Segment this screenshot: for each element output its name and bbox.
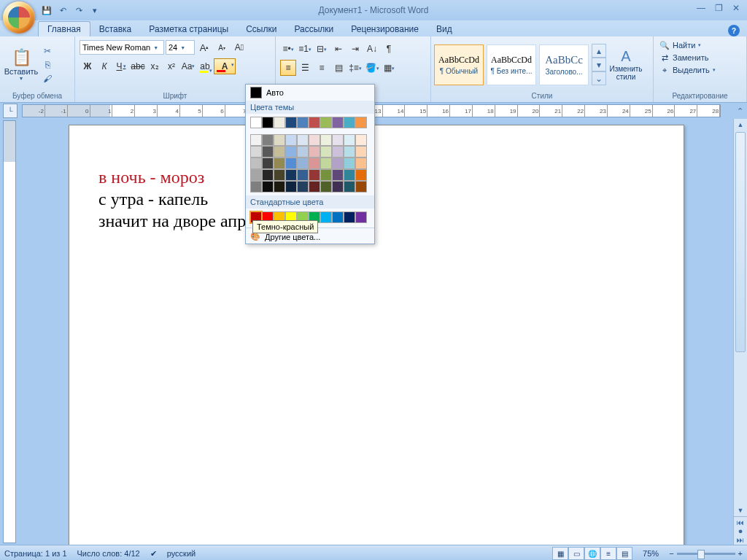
cut-icon[interactable]: ✂ xyxy=(41,44,54,58)
color-swatch[interactable] xyxy=(320,146,332,158)
tab-view[interactable]: Вид xyxy=(427,22,461,36)
color-swatch[interactable] xyxy=(250,181,262,192)
align-left-icon[interactable]: ≡ xyxy=(280,60,296,76)
color-swatch[interactable] xyxy=(262,181,274,192)
tab-references[interactable]: Ссылки xyxy=(237,22,285,36)
doc-line-1[interactable]: в ночь - мороз xyxy=(98,166,654,188)
color-swatch[interactable] xyxy=(285,181,297,192)
tab-home[interactable]: Главная xyxy=(38,21,90,36)
color-auto[interactable]: Авто xyxy=(246,85,374,101)
color-swatch[interactable] xyxy=(344,211,355,223)
color-swatch[interactable] xyxy=(309,134,320,146)
color-swatch[interactable] xyxy=(297,146,309,158)
sort-icon[interactable]: A↓ xyxy=(364,41,380,57)
color-swatch[interactable] xyxy=(274,158,285,169)
increase-indent-icon[interactable]: ⇥ xyxy=(347,41,363,57)
color-swatch[interactable] xyxy=(262,158,274,169)
status-words[interactable]: Число слов: 4/12 xyxy=(77,549,140,558)
color-swatch[interactable] xyxy=(274,117,285,128)
status-proofing-icon[interactable]: ✔ xyxy=(150,549,157,559)
color-swatch[interactable] xyxy=(309,158,320,169)
view-outline-icon[interactable]: ≡ xyxy=(600,547,616,560)
tab-page-layout[interactable]: Разметка страницы xyxy=(140,22,237,36)
clear-format-icon[interactable]: A⃠ xyxy=(231,39,247,55)
italic-button[interactable]: К xyxy=(96,58,112,74)
color-swatch[interactable] xyxy=(262,169,274,181)
browse-object-icon[interactable]: ● xyxy=(734,527,747,534)
align-right-icon[interactable]: ≡ xyxy=(314,60,330,76)
document-page[interactable]: в ночь - мороз с утра - капель значит на… xyxy=(69,125,684,545)
tab-selector[interactable]: └ xyxy=(3,104,18,118)
color-swatch[interactable] xyxy=(320,134,332,146)
bullets-icon[interactable]: ≡•▾ xyxy=(280,41,296,57)
color-swatch[interactable] xyxy=(250,146,262,158)
replace-button[interactable]: ⇄Заменить xyxy=(658,52,742,63)
next-page-icon[interactable]: ⏭ xyxy=(734,534,747,545)
color-swatch[interactable] xyxy=(274,146,285,158)
multilevel-icon[interactable]: ⊟▾ xyxy=(314,41,330,57)
subscript-button[interactable]: x₂ xyxy=(147,58,163,74)
font-size-select[interactable]: 24▼ xyxy=(166,40,195,55)
style-heading1[interactable]: AaBbCc Заголово... xyxy=(539,44,589,85)
shrink-font-icon[interactable]: A▾ xyxy=(214,39,230,55)
styles-gallery-more[interactable]: ⌄ xyxy=(592,71,606,85)
style-normal[interactable]: AaBbCcDd ¶ Обычный xyxy=(434,44,484,85)
color-swatch[interactable] xyxy=(297,169,309,181)
color-swatch[interactable] xyxy=(262,117,274,128)
color-swatch[interactable] xyxy=(332,211,344,223)
color-swatch[interactable] xyxy=(355,211,367,223)
color-swatch[interactable] xyxy=(309,117,320,128)
paste-button[interactable]: 📋 Вставить ▼ xyxy=(3,38,39,91)
color-swatch[interactable] xyxy=(309,181,320,192)
style-no-spacing[interactable]: AaBbCcDd ¶ Без инте... xyxy=(487,44,536,85)
shading-icon[interactable]: 🪣▾ xyxy=(364,60,380,76)
view-print-layout-icon[interactable]: ▦ xyxy=(552,547,568,560)
view-web-icon[interactable]: 🌐 xyxy=(584,547,600,560)
qat-undo-icon[interactable]: ↶ xyxy=(55,3,70,18)
color-swatch[interactable] xyxy=(355,181,367,192)
color-swatch[interactable] xyxy=(344,117,355,128)
color-swatch[interactable] xyxy=(320,158,332,169)
office-button[interactable] xyxy=(3,1,35,34)
doc-line-3[interactable]: значит на дворе апрель xyxy=(98,210,654,232)
color-swatch[interactable] xyxy=(355,146,367,158)
font-name-select[interactable]: Times New Roman▼ xyxy=(80,40,164,55)
color-swatch[interactable] xyxy=(332,134,344,146)
color-swatch[interactable] xyxy=(320,169,332,181)
color-swatch[interactable] xyxy=(344,158,355,169)
color-swatch[interactable] xyxy=(332,169,344,181)
justify-icon[interactable]: ▤ xyxy=(330,60,347,76)
zoom-slider[interactable]: − + xyxy=(669,549,743,558)
format-painter-icon[interactable]: 🖌 xyxy=(41,72,54,85)
scroll-thumb[interactable] xyxy=(735,132,746,352)
color-swatch[interactable] xyxy=(250,117,262,128)
line-spacing-icon[interactable]: ‡≡▾ xyxy=(347,60,363,76)
styles-scroll-up[interactable]: ▴ xyxy=(592,44,606,58)
color-swatch[interactable] xyxy=(355,134,367,146)
color-swatch[interactable] xyxy=(320,117,332,128)
status-language[interactable]: русский xyxy=(167,549,196,558)
color-swatch[interactable] xyxy=(320,211,332,223)
color-swatch[interactable] xyxy=(344,146,355,158)
color-swatch[interactable] xyxy=(250,158,262,169)
copy-icon[interactable]: ⎘ xyxy=(41,58,54,71)
vertical-scrollbar[interactable]: ▲ ▼ ⏮ ● ⏭ xyxy=(733,119,747,545)
select-button[interactable]: ⌖Выделить▾ xyxy=(658,64,742,76)
color-swatch[interactable] xyxy=(250,134,262,146)
color-swatch[interactable] xyxy=(297,158,309,169)
help-icon[interactable]: ? xyxy=(728,25,740,36)
color-swatch[interactable] xyxy=(355,117,367,128)
font-color-button[interactable]: A▾ xyxy=(214,58,236,74)
color-swatch[interactable] xyxy=(344,169,355,181)
view-draft-icon[interactable]: ▤ xyxy=(616,547,632,560)
prev-page-icon[interactable]: ⏮ xyxy=(734,517,747,527)
status-page[interactable]: Страница: 1 из 1 xyxy=(4,549,67,558)
scroll-up-icon[interactable]: ▲ xyxy=(734,119,747,131)
doc-line-2[interactable]: с утра - капель xyxy=(98,188,654,210)
tab-insert[interactable]: Вставка xyxy=(90,22,141,36)
strike-button[interactable]: abc xyxy=(130,58,146,74)
minimize-button[interactable]: — xyxy=(694,3,708,13)
highlight-button[interactable]: ab▾ xyxy=(197,58,213,74)
grow-font-icon[interactable]: A▴ xyxy=(196,39,212,55)
color-swatch[interactable] xyxy=(332,181,344,192)
